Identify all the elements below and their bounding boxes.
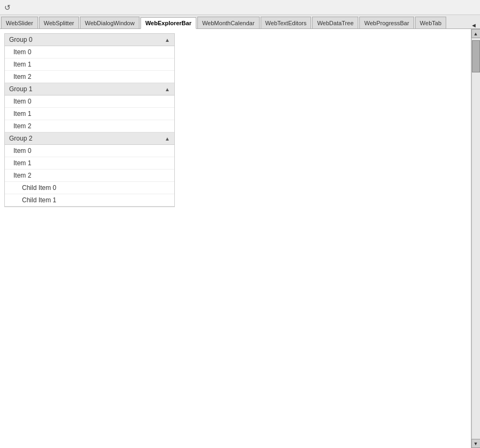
tab-webtexteditors[interactable]: WebTextEditors — [261, 17, 312, 28]
group-items-0: Item 0Item 1Item 2 — [5, 46, 174, 83]
item-row-2-1[interactable]: Item 1 — [5, 157, 174, 170]
tab-webexplorerbar[interactable]: WebExplorerBar — [141, 17, 196, 29]
explorer-widget: Group 0▲Item 0Item 1Item 2Group 1▲Item 0… — [4, 33, 175, 207]
tab-webmonthcalendar[interactable]: WebMonthCalendar — [197, 17, 260, 28]
collapse-arrow-0: ▲ — [165, 37, 170, 43]
group-label-0: Group 0 — [9, 36, 32, 43]
group-header-1[interactable]: Group 1▲ — [5, 83, 174, 96]
tab-webprogressbar[interactable]: WebProgressBar — [359, 17, 414, 28]
item-row-1-2[interactable]: Item 2 — [5, 120, 174, 132]
tab-webdialogwindow[interactable]: WebDialogWindow — [80, 17, 139, 28]
item-row-0-2[interactable]: Item 2 — [5, 71, 174, 83]
group-items-1: Item 0Item 1Item 2 — [5, 96, 174, 133]
tab-scroll-arrow[interactable]: ◄ — [471, 22, 479, 28]
item-row-2-0[interactable]: Item 0 — [5, 145, 174, 157]
group-items-2: Item 0Item 1Item 2Child Item 0Child Item… — [5, 145, 174, 207]
group-header-2[interactable]: Group 2▲ — [5, 133, 174, 145]
group-label-2: Group 2 — [9, 135, 32, 142]
refresh-icon: ↺ — [3, 3, 12, 12]
tab-webdatatree[interactable]: WebDataTree — [312, 17, 358, 28]
tab-webslider[interactable]: WebSlider — [1, 17, 38, 28]
main-area: Group 0▲Item 0Item 1Item 2Group 1▲Item 0… — [0, 29, 480, 448]
scroll-thumb[interactable] — [472, 40, 480, 72]
item-row-1-1[interactable]: Item 1 — [5, 108, 174, 120]
scrollbar: ▲ ▼ — [471, 29, 480, 448]
scroll-track[interactable] — [471, 38, 481, 439]
scroll-up-button[interactable]: ▲ — [471, 29, 481, 38]
top-bar: ↺ — [0, 0, 480, 15]
scroll-down-button[interactable]: ▼ — [471, 439, 481, 448]
child-item-row-2-2-1[interactable]: Child Item 1 — [5, 194, 174, 206]
tab-websplitter[interactable]: WebSplitter — [39, 17, 79, 28]
tab-webtab[interactable]: WebTab — [415, 17, 446, 28]
item-row-2-2[interactable]: Item 2 — [5, 170, 174, 182]
group-label-1: Group 1 — [9, 85, 32, 93]
item-row-1-0[interactable]: Item 0 — [5, 96, 174, 108]
child-item-row-2-2-0[interactable]: Child Item 0 — [5, 182, 174, 194]
tab-bar: WebSliderWebSplitterWebDialogWindowWebEx… — [0, 15, 480, 29]
explorer-panel: Group 0▲Item 0Item 1Item 2Group 1▲Item 0… — [0, 29, 459, 448]
collapse-arrow-2: ▲ — [165, 136, 170, 142]
group-header-0[interactable]: Group 0▲ — [5, 34, 174, 46]
collapse-arrow-1: ▲ — [165, 86, 170, 92]
item-row-0-1[interactable]: Item 1 — [5, 58, 174, 71]
item-row-0-0[interactable]: Item 0 — [5, 46, 174, 58]
